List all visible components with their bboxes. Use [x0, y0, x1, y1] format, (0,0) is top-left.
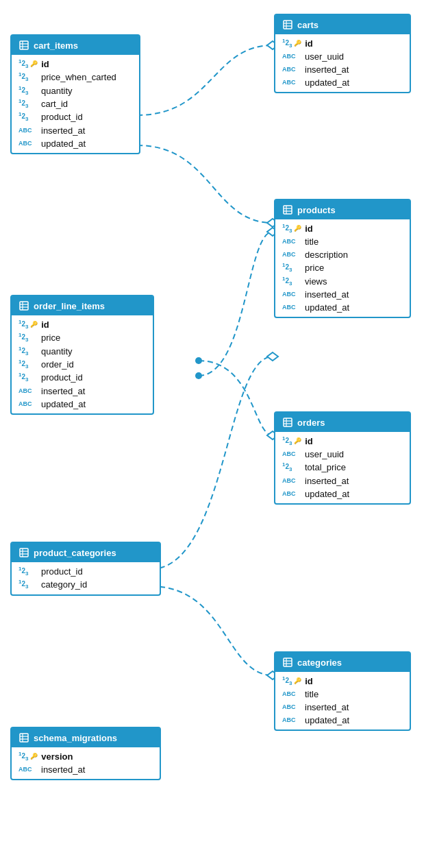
table-order-line-items: order_line_items 123 🔑 id 123 price 123 …: [10, 295, 154, 415]
table-orders: orders 123 🔑 id ABC user_uuid 123 total_…: [274, 411, 411, 505]
svg-rect-24: [284, 658, 292, 666]
conn-dot-orderlines-orders: [195, 357, 202, 364]
field-categories-id: 123 🔑 id: [275, 675, 410, 688]
field-carts-inserted: ABC inserted_at: [275, 63, 410, 76]
field-sm-version: 123 🔑 version: [12, 750, 160, 763]
field-prodcat-category-id: 123 category_id: [12, 578, 160, 591]
field-cart-items-inserted: ABC inserted_at: [12, 124, 139, 137]
table-icon-carts: [282, 19, 293, 30]
table-products-body: 123 🔑 id ABC title ABC description 123 p…: [275, 219, 410, 317]
table-order-line-items-body: 123 🔑 id 123 price 123 quantity 123 orde…: [12, 315, 153, 413]
field-oli-inserted: ABC inserted_at: [12, 385, 153, 398]
table-icon-cart-items: [18, 40, 29, 51]
field-orders-total-price: 123 total_price: [275, 461, 410, 474]
field-cart-items-price: 123 price_when_carted: [12, 71, 139, 84]
table-carts: carts 123 🔑 id ABC user_uuid ABC inserte…: [274, 14, 411, 93]
table-products-label: products: [297, 205, 336, 215]
field-products-updated: ABC updated_at: [275, 301, 410, 314]
table-order-line-items-label: order_line_items: [34, 301, 105, 311]
table-orders-body: 123 🔑 id ABC user_uuid 123 total_price A…: [275, 432, 410, 503]
field-categories-inserted: ABC inserted_at: [275, 701, 410, 714]
field-orders-updated: ABC updated_at: [275, 487, 410, 501]
table-product-categories-label: product_categories: [34, 548, 116, 558]
field-oli-product-id: 123 product_id: [12, 371, 153, 384]
field-orders-user-uuid: ABC user_uuid: [275, 448, 410, 461]
table-schema-migrations: schema_migrations 123 🔑 version ABC inse…: [10, 727, 161, 780]
table-product-categories-header: product_categories: [12, 543, 160, 562]
conn-dot-orderlines-products: [195, 372, 202, 379]
table-icon-order-line-items: [18, 300, 29, 311]
table-cart-items-label: cart_items: [34, 40, 78, 51]
conn-orderlines-products: [199, 232, 273, 376]
table-icon-categories: [282, 657, 293, 668]
field-products-inserted: ABC inserted_at: [275, 288, 410, 301]
table-schema-migrations-body: 123 🔑 version ABC inserted_at: [12, 747, 160, 779]
field-oli-id: 123 🔑 id: [12, 318, 153, 331]
svg-rect-12: [20, 302, 28, 310]
table-orders-label: orders: [297, 418, 325, 428]
field-sm-inserted: ABC inserted_at: [12, 763, 160, 776]
svg-rect-0: [20, 41, 28, 49]
table-icon-schema-migrations: [18, 732, 29, 743]
field-carts-updated: ABC updated_at: [275, 76, 410, 89]
table-carts-label: carts: [297, 20, 319, 30]
table-order-line-items-header: order_line_items: [12, 296, 153, 315]
field-categories-updated: ABC updated_at: [275, 714, 410, 727]
svg-rect-20: [20, 548, 28, 557]
table-products: products 123 🔑 id ABC title ABC descript…: [274, 199, 411, 318]
type-123: 123 🔑: [18, 59, 38, 69]
diagram-container: cart_items 123 🔑 id 123 price_when_carte…: [0, 0, 437, 868]
conn-orderlines-orders: [199, 361, 273, 435]
field-cart-items-id: 123 🔑 id: [12, 58, 139, 71]
table-icon-product-categories: [18, 547, 29, 558]
field-carts-user-uuid: ABC user_uuid: [275, 50, 410, 63]
table-carts-header: carts: [275, 15, 410, 34]
table-cart-items-header: cart_items: [12, 36, 139, 55]
table-cart-items: cart_items 123 🔑 id 123 price_when_carte…: [10, 34, 140, 154]
field-orders-inserted: ABC inserted_at: [275, 474, 410, 487]
field-products-id: 123 🔑 id: [275, 222, 410, 235]
field-oli-updated: ABC updated_at: [12, 398, 153, 411]
svg-rect-8: [284, 206, 292, 214]
conn-prodcat-products: [151, 357, 273, 569]
field-oli-order-id: 123 order_id: [12, 358, 153, 371]
field-cart-items-updated: ABC updated_at: [12, 137, 139, 150]
field-products-description: ABC description: [275, 248, 410, 261]
field-cart-items-product-id: 123 product_id: [12, 110, 139, 123]
table-schema-migrations-header: schema_migrations: [12, 728, 160, 747]
table-product-categories-body: 123 product_id 123 category_id: [12, 562, 160, 594]
field-cart-items-quantity: 123 quantity: [12, 84, 139, 97]
field-oli-price: 123 price: [12, 331, 153, 344]
field-carts-id: 123 🔑 id: [275, 37, 410, 50]
table-orders-header: orders: [275, 413, 410, 432]
field-products-title: ABC title: [275, 235, 410, 248]
table-schema-migrations-label: schema_migrations: [34, 733, 117, 743]
field-orders-id: 123 🔑 id: [275, 435, 410, 448]
conn-diamond-products3: [267, 352, 278, 361]
table-cart-items-body: 123 🔑 id 123 price_when_carted 123 quant…: [12, 55, 139, 153]
field-categories-title: ABC title: [275, 688, 410, 701]
svg-rect-16: [284, 418, 292, 426]
field-oli-quantity: 123 quantity: [12, 345, 153, 358]
table-categories-header: categories: [275, 653, 410, 672]
field-prodcat-product-id: 123 product_id: [12, 565, 160, 578]
table-product-categories: product_categories 123 product_id 123 ca…: [10, 542, 161, 596]
table-icon-orders: [282, 417, 293, 428]
svg-rect-4: [284, 21, 292, 29]
table-categories-body: 123 🔑 id ABC title ABC inserted_at ABC u…: [275, 672, 410, 730]
table-products-header: products: [275, 200, 410, 219]
conn-cartitems-products: [137, 145, 273, 223]
table-icon-products: [282, 204, 293, 215]
field-products-price: 123 price: [275, 261, 410, 274]
field-products-views: 123 views: [275, 275, 410, 288]
svg-rect-28: [20, 734, 28, 742]
conn-prodcat-categories: [151, 586, 273, 675]
conn-cartitems-carts: [137, 45, 273, 115]
table-categories: categories 123 🔑 id ABC title ABC insert…: [274, 651, 411, 731]
field-cart-items-cart-id: 123 cart_id: [12, 97, 139, 110]
table-categories-label: categories: [297, 658, 342, 668]
table-carts-body: 123 🔑 id ABC user_uuid ABC inserted_at A…: [275, 34, 410, 92]
